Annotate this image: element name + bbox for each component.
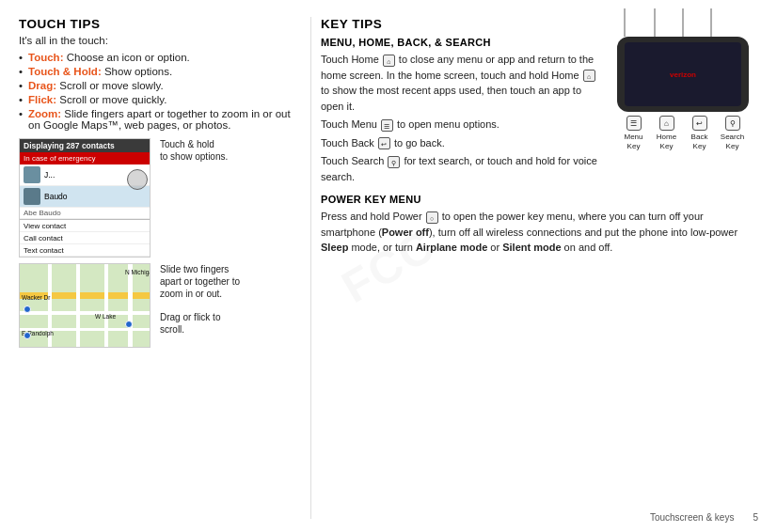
tip-flick-label: Flick: — [28, 94, 56, 105]
tip-touch-label: Touch: — [28, 52, 63, 63]
option-view-contact: View contact — [20, 220, 150, 232]
right-column: KEY TIPS verizon — [310, 17, 758, 519]
contact-name-abe: Abe Baudo — [20, 208, 150, 219]
option-text-contact: Text contact — [20, 244, 150, 257]
map-screenshot-row: Wacker Dr W Lake E Randolph N Michigan S… — [19, 263, 301, 348]
option-call-contact: Call contact — [20, 232, 150, 244]
home-inline-icon: ⌂ — [383, 55, 395, 67]
power-key-text: Press and hold Power ○ to open the power… — [321, 209, 758, 256]
search-key-text: Touch Search ⚲ for text search, or touch… — [321, 153, 758, 184]
search-inline-icon: ⚲ — [388, 156, 400, 168]
map-pin-2 — [125, 321, 133, 328]
back-inline-icon: ↩ — [378, 137, 390, 149]
tip-touch-hold: Touch & Hold: Show options. — [19, 66, 301, 77]
contact-screenshot-row: Displaying 287 contacts In case of emerg… — [19, 138, 301, 258]
touch-tips-title: TOUCH TIPS — [19, 17, 301, 31]
zoom-callout: Slide two fingers apart or together to z… — [160, 263, 245, 300]
contact-header: Displaying 287 contacts — [20, 139, 150, 152]
contact-avatar-baudo — [24, 188, 40, 205]
search-key-anno: ⚲ SearchKey — [716, 116, 749, 150]
contact-item-baudo: Baudo — [20, 186, 150, 208]
tip-drag: Drag: Scroll or move slowly. — [19, 80, 301, 91]
map-road-v3 — [104, 264, 108, 347]
map-label-nmichigan: N Michigan — [125, 269, 151, 275]
finger-touch-indicator — [127, 169, 148, 190]
tip-touch-text: Choose an icon or option. — [67, 52, 190, 63]
search-key-icon: ⚲ — [725, 116, 740, 131]
tip-list: Touch: Choose an icon or option. Touch &… — [19, 52, 301, 131]
tip-drag-text: Scroll or move slowly. — [59, 80, 163, 91]
back-key-icon: ↩ — [692, 116, 707, 131]
menu-key-icon: ☰ — [626, 116, 642, 131]
verizon-brand: verizon — [670, 70, 696, 79]
contact-emergency: In case of emergency — [20, 152, 150, 164]
home-inline-icon2: ⌂ — [583, 70, 595, 82]
key-labels-row: ☰ MenuKey ⌂ HomeKey ↩ BackKey ⚲ — [617, 116, 749, 150]
tip-touch: Touch: Choose an icon or option. — [19, 52, 301, 63]
key-tips-title: KEY TIPS — [321, 17, 758, 31]
contact-list-mock: Displaying 287 contacts In case of emerg… — [19, 138, 151, 258]
map-road-v4 — [128, 264, 133, 347]
contact-options: View contact Call contact Text contact — [20, 219, 150, 257]
phone-screen: verizon — [625, 42, 741, 106]
menu-key-anno: ☰ MenuKey — [617, 116, 650, 150]
menu-inline-icon: ☰ — [381, 119, 393, 132]
tip-flick: Flick: Scroll or move quickly. — [19, 94, 301, 105]
tip-touch-hold-text: Show options. — [104, 66, 172, 77]
touch-tips-subtitle: It's all in the touch: — [19, 35, 301, 46]
screenshots-area: Displaying 287 contacts In case of emerg… — [19, 138, 301, 348]
tip-zoom-text: Slide fingers apart or together to zoom … — [28, 108, 291, 131]
phone-diagram: verizon — [608, 37, 758, 150]
home-key-anno: ⌂ HomeKey — [650, 116, 683, 150]
touch-hold-callout: Touch & holdto show options. — [160, 138, 228, 163]
map-callouts: Slide two fingers apart or together to z… — [160, 263, 245, 336]
map-pin-1 — [24, 305, 31, 313]
map-mock: Wacker Dr W Lake E Randolph N Michigan — [19, 263, 151, 348]
tip-zoom: Zoom: Slide fingers apart or together to… — [19, 108, 301, 131]
power-inline-icon: ○ — [426, 211, 438, 224]
map-road-v2 — [76, 264, 80, 347]
contact-name-j: J... — [44, 170, 55, 180]
map-pin-3 — [24, 332, 31, 339]
phone-body: verizon — [617, 37, 749, 112]
tip-zoom-label: Zoom: — [28, 108, 61, 119]
tip-drag-label: Drag: — [28, 80, 56, 91]
home-key-icon: ⌂ — [659, 116, 674, 131]
back-key-label: BackKey — [691, 133, 708, 150]
left-column: TOUCH TIPS It's all in the touch: Touch:… — [19, 17, 310, 519]
menu-key-label: MenuKey — [624, 133, 642, 150]
map-label-wacker: Wacker Dr — [22, 294, 50, 301]
drag-callout: Drag or flick to scroll. — [160, 311, 245, 336]
power-key-menu-title: POWER KEY MENU — [321, 194, 758, 205]
contact-name-baudo: Baudo — [44, 192, 68, 201]
search-key-label: SearchKey — [721, 133, 744, 150]
map-label-wlake: W Lake — [95, 313, 116, 320]
tip-touch-hold-label: Touch & Hold: — [28, 66, 102, 77]
diagram-container: verizon — [608, 37, 758, 150]
tip-flick-text: Scroll or move quickly. — [59, 94, 166, 105]
home-key-label: HomeKey — [657, 133, 676, 150]
back-key-anno: ↩ BackKey — [683, 116, 716, 150]
contact-avatar-j — [24, 166, 40, 183]
